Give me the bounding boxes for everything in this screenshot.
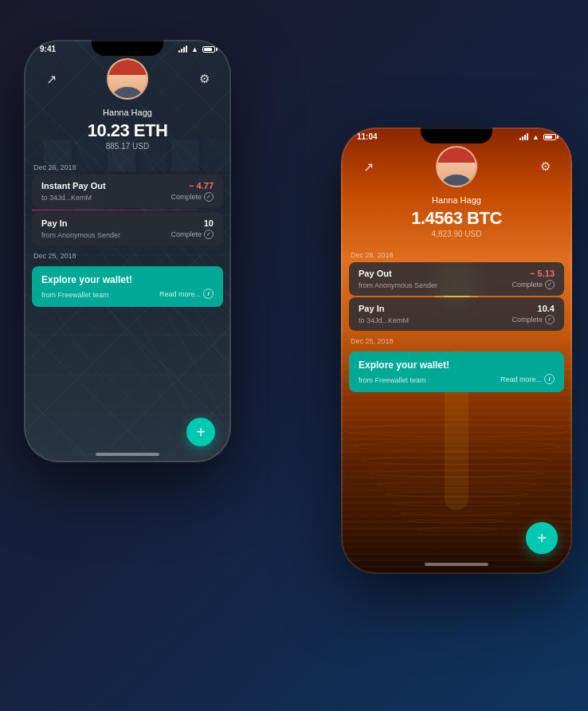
status-time-2: 11:04	[357, 132, 378, 141]
avatar[interactable]	[107, 58, 148, 100]
divider	[32, 210, 223, 210]
balance-main-2: 1.4563 BTC	[411, 208, 502, 229]
tx-status: Complete ✓	[171, 192, 214, 202]
transaction-item[interactable]: Pay In 10.4 to 34Jd...KemM Complete ✓	[349, 297, 564, 331]
explore-card-2[interactable]: Explore your wallet! from Freewallet tea…	[349, 352, 564, 392]
settings-button[interactable]: ⚙	[193, 68, 215, 90]
tx-status: Complete ✓	[512, 280, 555, 289]
date-label-3: Dec 26, 2018	[349, 246, 564, 262]
tx-amount: 10	[204, 218, 214, 228]
date-label-4: Dec 25, 2018	[349, 332, 564, 348]
fab-button-2[interactable]: +	[526, 522, 558, 554]
user-name-2: Hanna Hagg	[432, 195, 481, 205]
phone2: 11:04 ▲	[341, 128, 572, 574]
tx-status: Complete ✓	[512, 315, 555, 324]
phone1: 9:41 ▲	[24, 40, 231, 462]
trend-icon: ↗	[46, 72, 57, 87]
date-label-1: Dec 26, 2018	[32, 159, 223, 175]
tx-subtitle: from Anonymous Sender	[359, 281, 437, 289]
wifi-icon: ▲	[191, 45, 198, 53]
wifi-icon-2: ▲	[532, 133, 539, 141]
gear-icon: ⚙	[199, 72, 210, 86]
read-more-link[interactable]: Read more... i	[159, 289, 214, 299]
check-icon: ✓	[545, 315, 555, 324]
tx-title: Instant Pay Out	[41, 181, 106, 191]
signal-icon	[178, 45, 187, 53]
notch2	[421, 128, 492, 143]
explore-card[interactable]: Explore your wallet! from Freewallet tea…	[32, 266, 223, 307]
transaction-item[interactable]: Instant Pay Out − 4.77 to 34Jd...KemM Co…	[32, 175, 223, 208]
gear-icon-2: ⚙	[540, 159, 551, 174]
phone1-header: ↗ ⚙ Hanna Hagg 10.23 ETH 885.17 USD	[24, 55, 231, 159]
phone2-header: ↗ ⚙ Hanna Hagg 1.4563 BTC 4,823.90 USD	[341, 143, 572, 246]
status-time: 9:41	[40, 45, 56, 53]
home-indicator	[96, 453, 159, 456]
settings-button-2[interactable]: ⚙	[534, 155, 556, 178]
trend-button[interactable]: ↗	[40, 68, 62, 90]
info-icon: i	[203, 289, 214, 299]
trend-icon-2: ↗	[363, 159, 374, 175]
read-more-link-2[interactable]: Read more... i	[500, 374, 555, 384]
explore-title: Explore your wallet!	[41, 274, 132, 285]
balance-main: 10.23 ETH	[88, 120, 168, 141]
tx-title: Pay In	[359, 304, 384, 313]
user-name: Hanna Hagg	[103, 108, 152, 117]
explore-from: from Freewallet team	[41, 291, 109, 299]
check-icon: ✓	[204, 230, 214, 239]
transaction-list[interactable]: Dec 26, 2018 Instant Pay Out − 4.77 to 3…	[24, 159, 231, 462]
tx-amount: − 4.77	[189, 181, 214, 191]
explore-from-2: from Freewallet team	[359, 376, 426, 384]
transaction-item[interactable]: Pay In 10 from Anonymous Sender Complete…	[32, 212, 223, 246]
tx-amount: 10.4	[538, 304, 555, 313]
battery-icon-2	[543, 134, 556, 140]
transaction-item[interactable]: Pay Out − 5.13 from Anonymous Sender Com…	[349, 262, 564, 296]
tx-status: Complete ✓	[171, 230, 214, 239]
phones-container: 9:41 ▲	[0, 0, 588, 711]
date-label-2: Dec 25, 2018	[32, 247, 223, 263]
tx-title: Pay In	[41, 218, 67, 228]
check-icon: ✓	[204, 192, 214, 202]
balance-sub: 885.17 USD	[106, 142, 149, 151]
signal-icon-2	[519, 133, 528, 140]
tx-subtitle: to 34Jd...KemM	[359, 316, 409, 324]
avatar-2[interactable]	[436, 146, 477, 187]
battery-icon	[202, 46, 215, 53]
trend-button-2[interactable]: ↗	[357, 155, 379, 178]
notch	[92, 40, 163, 56]
check-icon: ✓	[545, 280, 555, 289]
info-icon-2: i	[544, 374, 555, 384]
tx-subtitle: from Anonymous Sender	[41, 231, 120, 239]
tx-subtitle: to 34Jd...KemM	[41, 194, 92, 202]
home-indicator-2	[425, 563, 488, 566]
tx-title: Pay Out	[359, 269, 392, 278]
explore-title-2: Explore your wallet!	[359, 359, 449, 371]
balance-sub-2: 4,823.90 USD	[432, 230, 482, 238]
fab-button[interactable]: +	[186, 418, 215, 446]
tx-amount: − 5.13	[530, 269, 555, 278]
